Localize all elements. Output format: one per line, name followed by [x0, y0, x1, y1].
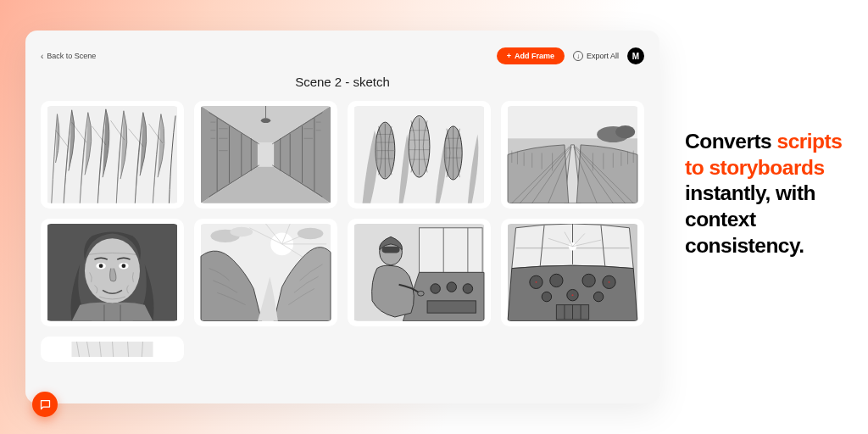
svg-point-35 — [261, 118, 270, 123]
download-icon: ↓ — [573, 51, 583, 61]
svg-point-120 — [542, 292, 551, 301]
sketch-corn-stalks — [46, 106, 179, 203]
export-all-button[interactable]: ↓ Export All — [573, 51, 619, 61]
sketch-corn-ears — [353, 106, 486, 203]
svg-point-127 — [536, 281, 537, 283]
svg-rect-10 — [258, 142, 274, 167]
frame-card[interactable] — [194, 219, 337, 326]
sketch-pilot-cockpit — [353, 224, 486, 321]
chat-icon — [39, 398, 52, 411]
plus-icon: + — [507, 52, 511, 60]
app-panel: ‹ Back to Scene + Add Frame ↓ Export All… — [25, 31, 659, 403]
export-label: Export All — [587, 52, 619, 60]
svg-point-99 — [447, 282, 456, 292]
chevron-left-icon: ‹ — [41, 52, 43, 61]
sketch-cornfield-rows — [506, 106, 639, 203]
svg-point-92 — [230, 227, 253, 236]
sketch-partial — [46, 342, 179, 357]
frame-card[interactable] — [348, 101, 491, 209]
frames-grid-overflow — [41, 337, 644, 362]
sketch-mountain-valley — [199, 224, 332, 321]
back-to-scene-button[interactable]: ‹ Back to Scene — [41, 52, 96, 61]
marketing-headline: Converts scripts to storyboards instantl… — [685, 129, 854, 259]
topbar-actions: + Add Frame ↓ Export All M — [497, 47, 644, 64]
back-label: Back to Scene — [47, 52, 96, 60]
svg-rect-103 — [382, 247, 400, 253]
svg-point-118 — [582, 274, 595, 287]
sketch-cockpit-interior — [506, 224, 639, 321]
frames-grid — [41, 101, 644, 326]
sketch-library — [199, 106, 332, 203]
headline-rest: instantly, with context consistency. — [685, 181, 815, 256]
svg-point-55 — [615, 125, 635, 138]
svg-rect-101 — [427, 301, 476, 313]
frame-card[interactable] — [41, 101, 184, 209]
topbar: ‹ Back to Scene + Add Frame ↓ Export All… — [41, 44, 644, 68]
svg-point-80 — [99, 264, 103, 268]
svg-point-82 — [121, 264, 125, 268]
svg-point-93 — [298, 228, 324, 239]
frame-card[interactable] — [41, 337, 184, 362]
frame-card[interactable] — [194, 101, 337, 209]
frame-card[interactable] — [501, 219, 644, 326]
svg-point-128 — [609, 281, 610, 283]
svg-point-122 — [593, 292, 603, 301]
frame-card[interactable] — [348, 219, 491, 326]
svg-point-129 — [572, 294, 574, 296]
avatar[interactable]: M — [627, 47, 644, 64]
frame-card[interactable] — [501, 101, 644, 209]
svg-point-98 — [431, 284, 440, 293]
svg-point-105 — [418, 291, 425, 296]
scene-title: Scene 2 - sketch — [41, 75, 644, 89]
avatar-letter: M — [632, 52, 639, 61]
add-frame-button[interactable]: + Add Frame — [497, 47, 565, 64]
svg-point-100 — [463, 284, 472, 293]
frame-card[interactable] — [41, 219, 184, 326]
svg-rect-95 — [420, 228, 483, 273]
chat-button[interactable] — [32, 392, 58, 417]
add-frame-label: Add Frame — [515, 52, 554, 60]
sketch-elderly-woman — [46, 224, 179, 321]
svg-point-117 — [550, 274, 563, 287]
headline-line1: Converts — [685, 130, 771, 153]
